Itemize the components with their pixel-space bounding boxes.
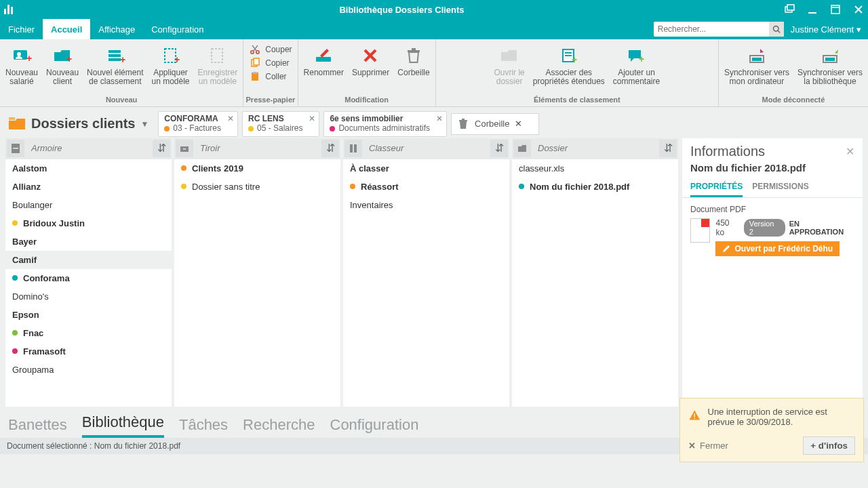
ribbon-btn[interactable]: +Nouveau salarié [1,42,42,89]
document-tab[interactable]: RC LENS05 - Salaires✕ [242,111,319,137]
ribbon-btn[interactable]: Couper [249,43,292,56]
ribbon-btn[interactable]: Synchroniser vers la bibliothèque [793,42,867,89]
list-item[interactable]: Domino's [5,287,172,306]
maximize-icon[interactable] [830,4,841,15]
svg-text:+: + [26,53,32,64]
list-item[interactable]: Nom du fichier 2018.pdf [512,178,678,196]
tab-corbeille[interactable]: Corbeille ✕ [451,113,539,135]
list-item[interactable]: Bridoux Justin [5,214,172,232]
trash-icon [457,118,469,130]
ribbon-group-offline: Synchroniser vers mon ordinateurSynchron… [719,39,868,106]
list-item[interactable]: Framasoft [5,342,172,361]
list-item[interactable]: Aalstom [5,159,172,178]
svg-rect-43 [9,117,15,120]
filter-dossier[interactable] [534,143,656,153]
list-item[interactable]: Conforama [5,269,172,287]
close-icon[interactable] [853,4,864,15]
tab-proprietes[interactable]: PROPRIÉTÉS [690,178,743,197]
menu-accueil[interactable]: Accueil [43,19,90,39]
list-item[interactable]: Camif [5,251,172,269]
list-item[interactable]: Boulanger [5,196,172,214]
ribbon-btn[interactable]: Corbeille [393,42,433,80]
trash-icon [403,45,425,66]
ribbon-btn[interactable]: +Nouveau client [42,42,83,89]
list-item[interactable]: classeur.xls [512,159,678,178]
user-menu[interactable]: Justine Clément ▾ [784,19,868,39]
list-item[interactable]: Clients 2019 [174,159,340,178]
folderplus-icon: + [52,45,73,66]
ribbon-group-classement: Ouvrir le dossier+Associer des propriété… [436,39,719,106]
alert-more-button[interactable]: + d'infos [803,436,855,455]
close-icon[interactable]: ✕ [227,115,234,124]
warning-icon [688,407,701,424]
ribbon-btn[interactable]: Synchroniser vers mon ordinateur [720,42,793,89]
ribbon-btn[interactable]: Supprimer [348,42,393,80]
ribbon-btn: Ouvrir le dossier [490,42,528,89]
search-box[interactable] [654,22,784,37]
list-item[interactable]: Epson [5,306,172,324]
svg-rect-26 [254,58,259,65]
ribbon-btn[interactable]: +Ajouter un commentaire [609,42,664,89]
svg-text:+: + [66,54,72,64]
alert-close[interactable]: ✕Fermer [688,441,728,451]
list-item[interactable]: Réassort [343,178,509,196]
svg-rect-16 [108,58,121,61]
bottom-tab-banettes[interactable]: Banettes [8,416,67,438]
filter-armoire[interactable] [27,143,150,153]
bottom-tab-tâches[interactable]: Tâches [179,416,228,438]
svg-rect-14 [108,50,121,53]
ribbon-btn[interactable]: Copier [249,57,292,69]
tab-permissions[interactable]: PERMISSIONS [752,178,808,197]
close-icon[interactable]: ✕ [309,115,315,124]
comment-icon: + [625,45,647,66]
close-icon[interactable]: ✕ [515,119,522,129]
search-input[interactable] [654,24,769,34]
restore-window-icon[interactable] [784,4,795,15]
column-classeur: ⇵ À classerRéassortInventaires [343,138,509,407]
library-title[interactable]: Dossiers clients ▼ [8,116,149,131]
close-icon[interactable]: ✕ [846,145,854,158]
menu-configuration[interactable]: Configuration [143,19,212,39]
list-item[interactable]: Bayer [5,232,172,251]
ribbon-btn[interactable]: +Associer des propriétés étendues [529,42,609,89]
minimize-icon[interactable] [807,4,818,15]
svg-rect-51 [354,144,357,152]
ribbon-btn[interactable]: +Appliquer un modèle [147,42,193,89]
sort-icon[interactable]: ⇵ [659,140,677,157]
openf-icon [498,45,520,66]
list-item[interactable]: Inventaires [343,196,509,214]
menu-affichage[interactable]: Affichage [90,19,143,39]
sort-icon[interactable]: ⇵ [321,140,339,157]
document-tabs-row: Dossiers clients ▼ CONFORAMA03 - Facture… [0,107,868,137]
list-item[interactable]: Allianz [5,178,172,196]
list-item[interactable]: À classer [343,159,509,178]
column-dossier: ⇵ classeur.xlsNom du fichier 2018.pdf [512,138,678,407]
bottom-tab-recherche[interactable]: Recherche [243,416,315,438]
search-icon[interactable] [769,22,784,37]
ribbon-btn[interactable]: Renommer [300,42,348,80]
document-tab[interactable]: CONFORAMA03 - Factures✕ [158,111,238,137]
filter-tiroir[interactable] [196,143,319,153]
title-bar: Bibliothèque Dossiers Clients [0,0,868,19]
bottom-tab-configuration[interactable]: Configuration [330,416,419,438]
svg-rect-45 [462,119,465,120]
menu-fichier[interactable]: Fichier [0,19,43,39]
ribbon-btn[interactable]: Coller [249,70,292,83]
svg-rect-3 [831,5,840,14]
sort-icon[interactable]: ⇵ [490,140,508,157]
classeur-icon [344,140,362,157]
list-item[interactable]: Fnac [5,324,172,342]
filter-classeur[interactable] [365,143,488,153]
info-doctype: Document PDF [690,205,854,214]
list-item[interactable]: Groupama [5,361,172,379]
column-armoire: ⇵ AalstomAllianzBoulangerBridoux JustinB… [5,138,172,407]
info-opened-by: Ouvert par Frédéric Déhu [715,241,840,256]
sort-icon[interactable]: ⇵ [153,140,170,157]
close-icon[interactable]: ✕ [436,115,443,124]
document-tab[interactable]: 6e sens immobilierDocuments administrati… [323,111,447,137]
list-item[interactable]: Dossier sans titre [174,178,340,196]
svg-text:+: + [572,54,577,65]
stackplus-icon: + [104,45,126,66]
ribbon-btn[interactable]: +Nouvel élément de classement [83,42,147,89]
bottom-tab-bibliothèque[interactable]: Bibliothèque [82,413,164,438]
